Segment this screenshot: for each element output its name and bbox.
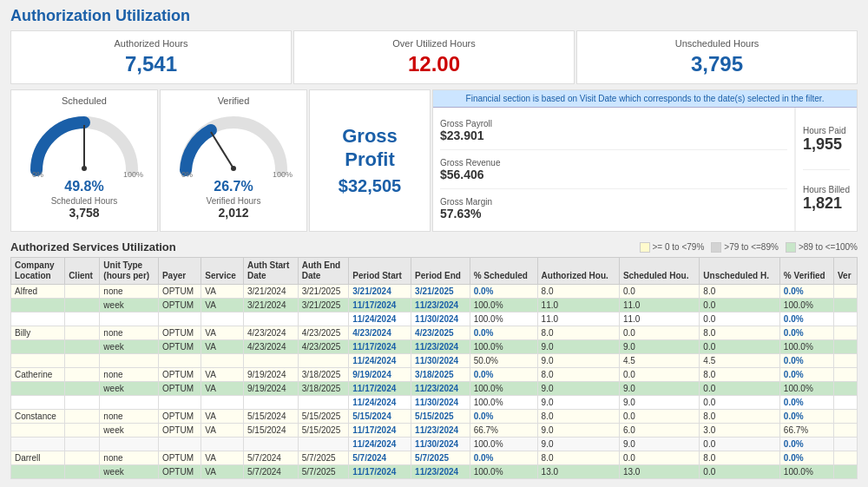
- td-unsched: 0.0: [700, 340, 780, 354]
- td-period-start: 11/17/2024: [349, 382, 411, 396]
- td-unit-type: none: [100, 285, 159, 299]
- svg-line-4: [211, 132, 233, 168]
- td-pct-sched: 0.0%: [470, 368, 537, 382]
- td-pct-verified: 0.0%: [779, 438, 833, 451]
- td-ver: [833, 313, 857, 326]
- th-ver: Ver: [833, 258, 857, 285]
- td-unsched: 3.0: [700, 424, 780, 438]
- td-client: [65, 299, 100, 313]
- authorized-hours-label: Authorized Hours: [22, 38, 280, 49]
- th-payer: Payer: [158, 258, 201, 285]
- td-unit-type: none: [100, 326, 159, 340]
- td-period-start: 11/17/2024: [349, 340, 411, 354]
- td-client: [65, 410, 100, 424]
- td-unsched: 0.0: [700, 313, 780, 326]
- td-period-start: 5/15/2024: [349, 410, 411, 424]
- td-auth-hours: 8.0: [537, 451, 619, 465]
- svg-point-5: [231, 166, 236, 171]
- hours-billed-item: Hours Billed 1,821: [803, 170, 850, 228]
- gross-margin-label: Gross Margin: [440, 197, 787, 207]
- legend-item-yellow: >= 0 to <79%: [640, 242, 705, 253]
- td-pct-sched: 100.0%: [470, 299, 537, 313]
- td-period-start: 11/24/2024: [349, 438, 411, 451]
- td-ver: [833, 410, 857, 424]
- td-period-start: 11/17/2024: [349, 424, 411, 438]
- td-pct-sched: 100.0%: [470, 313, 537, 326]
- td-service: VA: [201, 451, 244, 465]
- verified-percent: 26.7%: [166, 179, 301, 194]
- td-payer: OPTUM: [158, 410, 201, 424]
- th-sched-hours: Scheduled Hou.: [619, 258, 699, 285]
- td-pct-verified: 0.0%: [779, 410, 833, 424]
- td-sched-hours: 0.0: [619, 326, 699, 340]
- td-auth-hours: 8.0: [537, 410, 619, 424]
- td-sched-hours: 4.5: [619, 354, 699, 368]
- td-ver: [833, 285, 857, 299]
- legend-label-gray: >79 to <=89%: [724, 242, 779, 252]
- svg-point-1: [82, 166, 87, 171]
- td-unsched: 0.0: [700, 465, 780, 479]
- table-row: CatherinenoneOPTUMVA9/19/20243/18/20259/…: [11, 368, 858, 382]
- td-company: [11, 424, 65, 438]
- td-auth-start: 5/7/2024: [244, 465, 299, 479]
- td-client: [65, 285, 100, 299]
- legend: >= 0 to <79% >79 to <=89% >89 to <=100%: [640, 242, 858, 253]
- td-auth-end: 3/21/2025: [298, 299, 349, 313]
- td-ver: [833, 438, 857, 451]
- td-sched-hours: 0.0: [619, 410, 699, 424]
- td-sched-hours: 0.0: [619, 368, 699, 382]
- td-payer: [158, 354, 201, 368]
- table-row: weekOPTUMVA5/15/20245/15/202511/17/20241…: [11, 424, 858, 438]
- td-auth-hours: 11.0: [537, 299, 619, 313]
- td-unsched: 8.0: [700, 451, 780, 465]
- svg-text:100%: 100%: [273, 170, 293, 177]
- th-client: Client: [65, 258, 100, 285]
- hours-billed-value: 1,821: [803, 194, 850, 213]
- table-row: BillynoneOPTUMVA4/23/20244/23/20254/23/2…: [11, 326, 858, 340]
- td-company: [11, 354, 65, 368]
- scheduled-gauge-box: Scheduled 0% 100% 49.8% Scheduled Hours …: [10, 89, 158, 232]
- td-company: [11, 313, 65, 326]
- td-sched-hours: 11.0: [619, 299, 699, 313]
- td-service: VA: [201, 326, 244, 340]
- td-unsched: 0.0: [700, 438, 780, 451]
- td-auth-hours: 9.0: [537, 396, 619, 410]
- gross-profit-box: GrossProfit $32,505: [309, 89, 431, 232]
- page-title: Authorization Utilization: [0, 0, 868, 30]
- unscheduled-box: Unscheduled Hours 3,795: [576, 30, 858, 84]
- table-row: DarrellnoneOPTUMVA5/7/20245/7/20255/7/20…: [11, 451, 858, 465]
- gross-revenue-value: $56.406: [440, 168, 787, 181]
- scheduled-gauge-title: Scheduled: [16, 95, 152, 106]
- verified-sub-label: Verified Hours: [166, 196, 301, 206]
- td-unit-type: week: [100, 465, 159, 479]
- legend-dot-yellow: [640, 242, 650, 253]
- td-client: [65, 396, 100, 410]
- td-auth-end: 5/15/2025: [298, 424, 349, 438]
- td-payer: OPTUM: [158, 382, 201, 396]
- td-period-end: 3/21/2025: [411, 285, 470, 299]
- td-period-end: 4/23/2025: [411, 326, 470, 340]
- td-company: [11, 396, 65, 410]
- td-auth-end: [298, 438, 349, 451]
- td-payer: OPTUM: [158, 451, 201, 465]
- td-client: [65, 340, 100, 354]
- td-service: VA: [201, 299, 244, 313]
- table-row: weekOPTUMVA5/7/20245/7/202511/17/202411/…: [11, 465, 858, 479]
- unscheduled-label: Unscheduled Hours: [588, 38, 846, 49]
- td-period-end: 11/30/2024: [411, 313, 470, 326]
- td-service: VA: [201, 285, 244, 299]
- over-utilized-value: 12.00: [305, 52, 563, 76]
- td-auth-end: 4/23/2025: [298, 340, 349, 354]
- td-period-end: 11/23/2024: [411, 340, 470, 354]
- financial-note: Financial section is based on Visit Date…: [433, 90, 857, 108]
- td-auth-end: 3/21/2025: [298, 285, 349, 299]
- td-payer: OPTUM: [158, 465, 201, 479]
- legend-label-green: >89 to <=100%: [799, 242, 858, 252]
- td-unsched: 8.0: [700, 368, 780, 382]
- svg-text:100%: 100%: [123, 170, 143, 177]
- table-row: 11/24/202411/30/2024100.0%11.011.00.00.0…: [11, 313, 858, 326]
- td-service: VA: [201, 382, 244, 396]
- td-client: [65, 313, 100, 326]
- td-period-end: 11/23/2024: [411, 424, 470, 438]
- td-client: [65, 354, 100, 368]
